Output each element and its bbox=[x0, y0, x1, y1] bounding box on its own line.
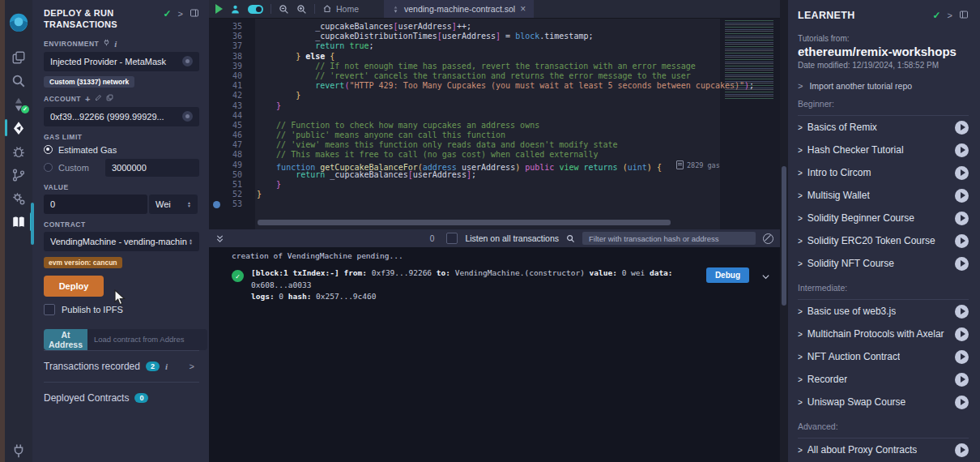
deploy-button[interactable]: Deploy bbox=[44, 276, 104, 297]
debugger-icon[interactable] bbox=[5, 139, 32, 163]
code-line[interactable]: 45 // Function to check how many cupcake… bbox=[209, 121, 720, 130]
transaction-log-entry[interactable]: ✓ [block:1 txIndex:-] from: 0xf39...9226… bbox=[232, 267, 770, 303]
line-number[interactable]: 51 bbox=[209, 180, 255, 190]
terminal-filter-input[interactable] bbox=[582, 232, 756, 245]
code-line[interactable]: 47 // 'view' means this function only re… bbox=[209, 140, 720, 150]
line-number[interactable]: 48 bbox=[209, 150, 255, 160]
contract-select[interactable]: VendingMachine - vending-machin ▲▼ bbox=[44, 232, 199, 251]
code-line[interactable]: 49 function getCupcakeBalanceFor(address… bbox=[209, 160, 720, 170]
tutorial-item[interactable]: >Solidity NFT Course bbox=[798, 252, 969, 275]
play-tutorial-button[interactable] bbox=[955, 396, 969, 409]
expand-chevron-icon[interactable]: > bbox=[798, 123, 803, 132]
expand-chevron-icon[interactable]: > bbox=[798, 191, 803, 200]
code-line[interactable]: 36 _cupcakeDistributionTimes[userAddress… bbox=[209, 32, 720, 41]
search-icon[interactable] bbox=[5, 69, 32, 92]
debug-button[interactable]: Debug bbox=[706, 267, 749, 283]
tutorial-item[interactable]: >NFT Auction Contract bbox=[798, 345, 969, 368]
plugin-manager-icon[interactable] bbox=[5, 186, 32, 210]
zoom-in-icon[interactable] bbox=[296, 4, 307, 15]
publish-ipfs-checkbox[interactable] bbox=[44, 304, 55, 315]
play-tutorial-button[interactable] bbox=[955, 143, 969, 157]
expand-chevron-icon[interactable]: > bbox=[798, 353, 803, 361]
pin-panel-icon[interactable] bbox=[190, 8, 199, 19]
learneth-pin-icon[interactable] bbox=[959, 8, 969, 23]
account-select[interactable]: 0xf39...92266 (9999.99929... bbox=[44, 107, 199, 126]
line-number[interactable]: 53 bbox=[209, 199, 255, 209]
transactions-recorded-row[interactable]: Transactions recorded 2 i > bbox=[44, 350, 199, 382]
code-line[interactable]: 40 // 'revert' cancels the transaction a… bbox=[209, 71, 720, 81]
transactions-info-icon[interactable]: i bbox=[165, 361, 168, 371]
play-tutorial-button[interactable] bbox=[955, 189, 969, 203]
tutorial-item[interactable]: >Multisig Wallet bbox=[798, 184, 969, 207]
at-address-input[interactable] bbox=[87, 329, 207, 350]
play-tutorial-button[interactable] bbox=[955, 373, 969, 387]
expand-chevron-icon[interactable]: > bbox=[798, 307, 803, 316]
deploy-run-icon[interactable] bbox=[5, 116, 32, 139]
code-line[interactable]: 38 } else { bbox=[209, 52, 720, 62]
file-explorer-icon[interactable] bbox=[5, 45, 32, 69]
scrollbar-thumb[interactable] bbox=[782, 166, 786, 306]
tutorial-item[interactable]: >Intro to Circom bbox=[798, 161, 969, 184]
home-tab[interactable]: Home bbox=[322, 4, 359, 14]
estimated-gas-radio[interactable] bbox=[44, 145, 53, 154]
play-tutorial-button[interactable] bbox=[955, 212, 969, 225]
clear-console-icon[interactable] bbox=[763, 233, 773, 244]
code-editor[interactable]: 35 _cupcakeBalances[userAddress]++;36 _c… bbox=[209, 19, 780, 229]
add-account-icon[interactable]: + bbox=[85, 94, 91, 104]
custom-gas-input[interactable] bbox=[105, 159, 199, 177]
line-number[interactable]: 35 bbox=[209, 22, 255, 32]
code-line[interactable]: 42 } bbox=[209, 91, 720, 101]
code-line[interactable]: 39 // If not enough time has passed, rev… bbox=[209, 62, 720, 71]
solidity-compiler-icon[interactable]: ✓ bbox=[5, 92, 32, 116]
expand-chevron-icon[interactable]: > bbox=[798, 214, 803, 223]
sign-message-icon[interactable] bbox=[95, 94, 102, 103]
learneth-book-icon[interactable] bbox=[5, 210, 32, 233]
code-line[interactable]: 51 } bbox=[209, 180, 720, 190]
line-number[interactable]: 41 bbox=[209, 81, 255, 91]
code-line[interactable]: 44 bbox=[209, 111, 720, 121]
git-icon[interactable] bbox=[5, 163, 32, 186]
tutorial-item[interactable]: >Solidity Beginner Course bbox=[798, 207, 969, 229]
unit-stepper-icon[interactable]: ▲▼ bbox=[187, 201, 191, 207]
line-number[interactable]: 38 bbox=[209, 52, 255, 62]
code-line[interactable]: 50 return _cupcakeBalances[userAddress]; bbox=[209, 170, 720, 180]
code-line[interactable]: 43 } bbox=[209, 101, 720, 111]
line-number[interactable]: 36 bbox=[209, 32, 255, 41]
tutorial-item[interactable]: >Uniswap Swap Course bbox=[798, 391, 969, 413]
run-script-button[interactable] bbox=[215, 4, 223, 14]
deployed-contracts-row[interactable]: Deployed Contracts 0 bbox=[44, 382, 199, 413]
environment-select[interactable]: Injected Provider - MetaMask bbox=[44, 52, 199, 71]
zoom-out-icon[interactable] bbox=[279, 4, 289, 15]
tutorial-item[interactable]: >Solidity ERC20 Token Course bbox=[798, 229, 969, 252]
play-tutorial-button[interactable] bbox=[955, 327, 969, 341]
line-number[interactable]: 52 bbox=[209, 190, 255, 199]
expand-chevron-icon[interactable]: > bbox=[798, 237, 803, 246]
code-line[interactable]: 35 _cupcakeBalances[userAddress]++; bbox=[209, 22, 720, 32]
value-input[interactable] bbox=[44, 195, 147, 214]
line-number[interactable]: 47 bbox=[209, 140, 255, 150]
tutorial-item[interactable]: >Hash Checker Tutorial bbox=[798, 139, 969, 161]
tutorial-item[interactable]: >All about Proxy Contracts bbox=[798, 438, 969, 461]
close-tab-icon[interactable]: × bbox=[520, 4, 526, 14]
code-line[interactable]: 37 return true; bbox=[209, 41, 720, 51]
line-number[interactable]: 49 bbox=[209, 160, 255, 170]
line-number[interactable]: 40 bbox=[209, 71, 255, 81]
plug-icon[interactable] bbox=[5, 438, 32, 462]
line-number[interactable]: 44 bbox=[209, 111, 255, 121]
code-line[interactable]: 48 // This makes it free to call (no gas… bbox=[209, 150, 720, 160]
file-tab[interactable]: vending-machine-contract.sol × bbox=[384, 0, 534, 18]
import-repo-link[interactable]: > Import another tutorial repo bbox=[798, 81, 969, 91]
panel-scrollbar[interactable] bbox=[31, 203, 34, 245]
line-number[interactable]: 39 bbox=[209, 62, 255, 71]
play-tutorial-button[interactable] bbox=[955, 305, 969, 319]
code-line[interactable]: 52} bbox=[209, 190, 720, 199]
custom-gas-radio[interactable] bbox=[44, 163, 53, 172]
transactions-expand-icon[interactable]: > bbox=[190, 361, 194, 371]
expand-chevron-icon[interactable]: > bbox=[798, 446, 803, 455]
play-tutorial-button[interactable] bbox=[955, 166, 969, 180]
tutorial-item[interactable]: >Basic use of web3.js bbox=[798, 300, 969, 323]
expand-chevron-icon[interactable]: > bbox=[798, 146, 803, 155]
assistant-person-icon[interactable] bbox=[230, 4, 241, 15]
tx-expand-chevron-icon[interactable] bbox=[761, 272, 770, 281]
listen-all-checkbox[interactable] bbox=[446, 233, 458, 244]
